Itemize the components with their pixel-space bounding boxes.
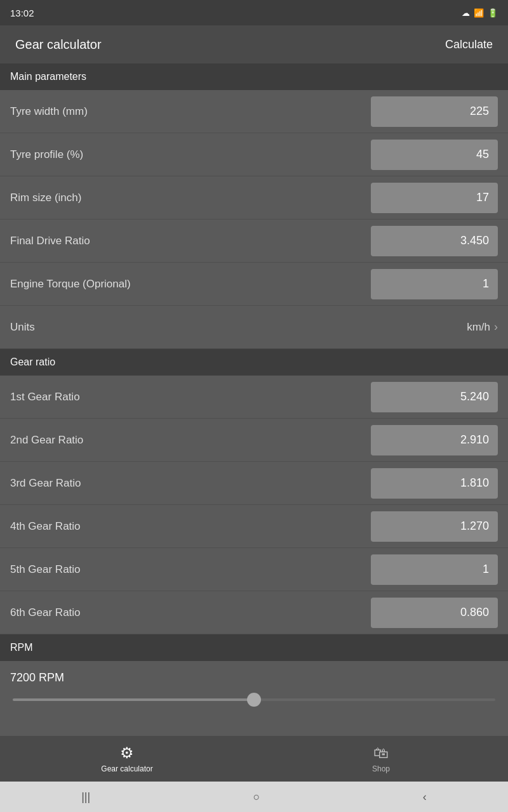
status-time: 13:02	[10, 8, 34, 18]
recent-apps-button[interactable]: |||	[69, 785, 103, 809]
app-bar: Gear calculator Calculate	[0, 25, 508, 63]
rpm-header: RPM	[0, 634, 508, 661]
back-button[interactable]: ‹	[410, 785, 439, 809]
cloud-icon: ☁	[462, 8, 470, 18]
units-value-container: km/h ›	[467, 320, 498, 334]
app-bar-title: Gear calculator	[15, 37, 102, 52]
units-row[interactable]: Units km/h ›	[0, 306, 508, 349]
param-row-gear-5: 5th Gear Ratio	[0, 548, 508, 591]
label-gear-3: 3rd Gear Ratio	[10, 477, 81, 490]
input-rim-size[interactable]	[371, 183, 498, 213]
param-row-gear-4: 4th Gear Ratio	[0, 505, 508, 548]
gear-ratio-title: Gear ratio	[10, 357, 55, 367]
label-rim-size: Rim size (inch)	[10, 192, 81, 204]
label-gear-6: 6th Gear Ratio	[10, 606, 81, 619]
nav-label-shop: Shop	[372, 764, 390, 773]
input-gear-1[interactable]	[371, 382, 498, 412]
nav-label-gear-calculator: Gear calculator	[101, 764, 152, 773]
input-gear-4[interactable]	[371, 511, 498, 542]
nav-item-gear-calculator[interactable]: ⚙ Gear calculator	[0, 736, 254, 782]
chevron-right-icon: ›	[494, 320, 498, 334]
system-nav: ||| ○ ‹	[0, 782, 508, 812]
param-row-tyre-width: Tyre width (mm)	[0, 90, 508, 133]
main-parameters-title: Main parameters	[10, 71, 86, 82]
gear-calculator-icon: ⚙	[120, 744, 134, 762]
rpm-slider[interactable]	[13, 698, 495, 701]
param-row-gear-6: 6th Gear Ratio	[0, 591, 508, 634]
label-gear-2: 2nd Gear Ratio	[10, 434, 83, 447]
content-area: Main parameters Tyre width (mm)Tyre prof…	[0, 63, 508, 736]
label-tyre-profile: Tyre profile (%)	[10, 148, 83, 161]
input-gear-3[interactable]	[371, 468, 498, 499]
label-gear-5: 5th Gear Ratio	[10, 563, 81, 576]
input-gear-2[interactable]	[371, 425, 498, 455]
param-row-engine-torque: Engine Torque (Oprional)	[0, 263, 508, 306]
label-gear-4: 4th Gear Ratio	[10, 520, 81, 533]
param-row-tyre-profile: Tyre profile (%)	[0, 133, 508, 176]
label-final-drive-ratio: Final Drive Ratio	[10, 235, 90, 247]
nav-item-shop[interactable]: 🛍 Shop	[254, 736, 508, 782]
units-value: km/h	[467, 321, 490, 334]
label-engine-torque: Engine Torque (Oprional)	[10, 278, 131, 291]
wifi-icon: 📶	[474, 8, 484, 18]
rpm-row: 7200 RPM	[0, 661, 508, 709]
status-bar: 13:02 ☁ 📶 🔋	[0, 0, 508, 25]
calculate-button[interactable]: Calculate	[445, 38, 493, 51]
label-gear-1: 1st Gear Ratio	[10, 391, 80, 403]
rpm-title: RPM	[10, 642, 33, 653]
units-label: Units	[10, 321, 35, 334]
input-final-drive-ratio[interactable]	[371, 226, 498, 256]
param-row-gear-1: 1st Gear Ratio	[0, 376, 508, 419]
main-parameters-header: Main parameters	[0, 63, 508, 90]
param-row-final-drive-ratio: Final Drive Ratio	[0, 219, 508, 263]
main-parameters-container: Tyre width (mm)Tyre profile (%)Rim size …	[0, 90, 508, 306]
gear-ratio-header: Gear ratio	[0, 349, 508, 376]
input-tyre-profile[interactable]	[371, 140, 498, 170]
rpm-slider-container[interactable]	[10, 692, 498, 704]
status-icons: ☁ 📶 🔋	[462, 8, 498, 18]
shop-icon: 🛍	[373, 744, 389, 762]
input-engine-torque[interactable]	[371, 269, 498, 299]
param-row-gear-3: 3rd Gear Ratio	[0, 462, 508, 505]
label-tyre-width: Tyre width (mm)	[10, 105, 88, 118]
input-gear-6[interactable]	[371, 598, 498, 628]
home-button[interactable]: ○	[241, 785, 273, 809]
battery-icon: 🔋	[488, 8, 498, 18]
input-tyre-width[interactable]	[371, 96, 498, 127]
param-row-gear-2: 2nd Gear Ratio	[0, 419, 508, 462]
gear-parameters-container: 1st Gear Ratio2nd Gear Ratio3rd Gear Rat…	[0, 376, 508, 634]
rpm-value: 7200 RPM	[10, 671, 498, 684]
bottom-nav: ⚙ Gear calculator 🛍 Shop	[0, 736, 508, 782]
input-gear-5[interactable]	[371, 554, 498, 585]
param-row-rim-size: Rim size (inch)	[0, 176, 508, 219]
